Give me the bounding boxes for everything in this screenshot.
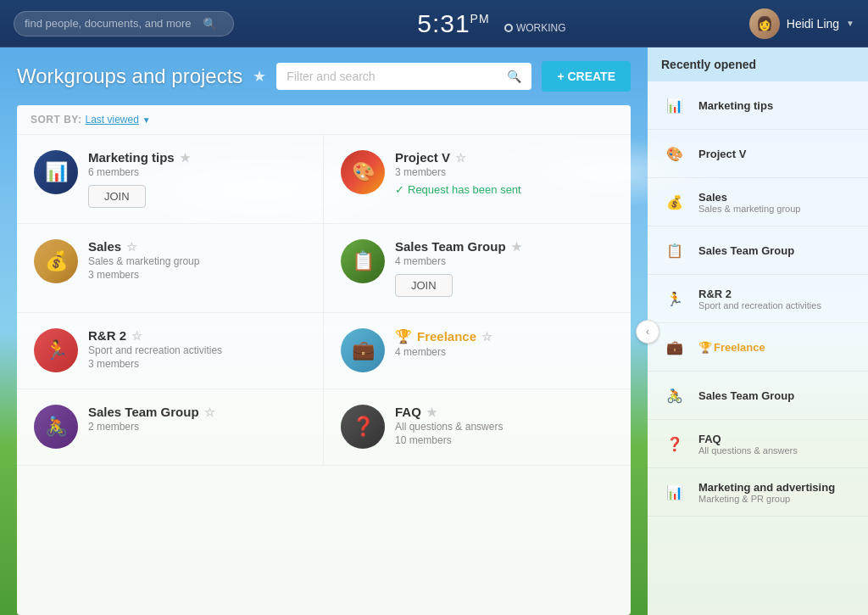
sidebar-item-subtitle: Sales & marketing group — [698, 204, 856, 214]
workgroup-item[interactable]: 📊 Marketing tips ★ 6 members JOIN — [17, 135, 324, 224]
sidebar-avatar: 📋 — [659, 235, 690, 266]
workgroup-item[interactable]: ❓ FAQ ★ All questions & answers 10 membe… — [324, 389, 631, 466]
sidebar-avatar: 📊 — [659, 90, 690, 120]
sidebar-list-item[interactable]: 🚴 Sales Team Group — [648, 372, 868, 420]
workgroup-avatar: 📊 — [34, 150, 78, 194]
sidebar-item-info: Sales Team Group — [698, 389, 856, 402]
workgroup-item[interactable]: 🚴 Sales Team Group ☆ 2 members — [17, 389, 324, 466]
workgroup-grid: 📊 Marketing tips ★ 6 members JOIN 🎨 Proj… — [17, 135, 631, 466]
sidebar-item-info: Marketing tips — [698, 99, 856, 112]
filter-search-bar[interactable]: 🔍 — [276, 63, 531, 90]
star-icon[interactable]: ★ — [511, 240, 522, 254]
sort-value[interactable]: Last viewed — [85, 114, 138, 126]
gold-icon: 🏆 — [698, 341, 712, 354]
workgroup-avatar: 🎨 — [341, 150, 385, 194]
workgroup-avatar: 💼 — [341, 328, 385, 372]
sidebar-list-item[interactable]: 🎨 Project V — [648, 130, 868, 178]
workgroup-info: Sales ☆ Sales & marketing group 3 member… — [88, 239, 306, 281]
chevron-down-icon: ▼ — [846, 19, 854, 28]
workgroup-info: R&R 2 ☆ Sport and recreation activities … — [88, 328, 306, 370]
sidebar-item-name: FAQ — [698, 433, 856, 445]
workgroup-avatar: 📋 — [341, 239, 385, 283]
workgroup-item[interactable]: 📋 Sales Team Group ★ 4 members JOIN — [324, 224, 631, 313]
workgroup-avatar: 🚴 — [34, 405, 78, 449]
sidebar-list-item[interactable]: 📋 Sales Team Group — [648, 226, 868, 275]
global-search-bar[interactable]: 🔍 — [14, 11, 234, 36]
sidebar-avatar: 🏃 — [659, 283, 690, 314]
time-ampm: PM — [470, 12, 490, 25]
sidebar-list-item[interactable]: ❓ FAQ All questions & answers — [648, 420, 868, 468]
sidebar-item-info: FAQ All questions & answers — [698, 433, 856, 456]
sidebar-item-name: R&R 2 — [698, 288, 856, 300]
sidebar-item-subtitle: Sport and recreation activities — [698, 300, 856, 310]
sort-chevron-icon[interactable]: ▼ — [142, 115, 151, 125]
gold-star-icon: 🏆 — [395, 328, 412, 344]
star-icon[interactable]: ★ — [180, 151, 191, 165]
time-value: 5:31 — [417, 9, 470, 37]
sidebar-item-name: Project V — [698, 148, 856, 160]
join-button[interactable]: JOIN — [88, 185, 146, 208]
sidebar-list: 📊 Marketing tips 🎨 Project V 💰 Sales Sal… — [648, 81, 868, 615]
sidebar-item-name: 🏆Freelance — [698, 341, 856, 354]
workgroup-members: 2 members — [88, 421, 306, 433]
workgroup-avatar: ❓ — [341, 405, 385, 449]
workgroup-item[interactable]: 💰 Sales ☆ Sales & marketing group 3 memb… — [17, 224, 324, 313]
star-icon[interactable]: ☆ — [131, 329, 142, 343]
working-status: WORKING — [504, 22, 566, 34]
workgroup-members: 3 members — [88, 358, 306, 370]
workgroup-subtitle: Sales & marketing group — [88, 255, 306, 267]
global-search-input[interactable] — [25, 17, 203, 30]
workgroup-item[interactable]: 💼 🏆Freelance ☆ 4 members — [324, 313, 631, 389]
filter-search-icon: 🔍 — [507, 70, 521, 83]
page-header: Workgroups and projects ★ 🔍 + CREATE — [0, 48, 648, 105]
user-area[interactable]: 👩 Heidi Ling ▼ — [749, 8, 854, 39]
star-icon[interactable]: ★ — [426, 405, 437, 419]
star-icon[interactable]: ☆ — [481, 330, 492, 344]
workgroup-item[interactable]: 🏃 R&R 2 ☆ Sport and recreation activitie… — [17, 313, 324, 389]
sidebar-item-name: Marketing and advertising — [698, 481, 856, 494]
sidebar-list-item[interactable]: 📊 Marketing tips — [648, 81, 868, 130]
workgroup-name: Marketing tips ★ — [88, 150, 306, 165]
page-star-icon[interactable]: ★ — [253, 67, 266, 86]
sidebar-item-subtitle: All questions & answers — [698, 445, 856, 456]
user-name: Heidi Ling — [787, 17, 839, 31]
sidebar-list-item[interactable]: 💰 Sales Sales & marketing group — [648, 178, 868, 226]
check-icon: ✓ — [395, 183, 404, 196]
join-button[interactable]: JOIN — [395, 274, 453, 297]
workgroup-subtitle: All questions & answers — [395, 421, 614, 433]
star-icon[interactable]: ☆ — [455, 151, 466, 165]
sidebar-item-name: Sales Team Group — [698, 244, 856, 257]
star-icon[interactable]: ☆ — [126, 240, 137, 254]
workgroup-info: Sales Team Group ★ 4 members JOIN — [395, 239, 614, 297]
sidebar-list-item[interactable]: 📊 Marketing and advertising Marketing & … — [648, 468, 868, 517]
right-sidebar: ‹ Recently opened 📊 Marketing tips 🎨 Pro… — [648, 48, 868, 615]
sidebar-list-item[interactable]: 🏃 R&R 2 Sport and recreation activities — [648, 275, 868, 323]
sidebar-item-name: Sales — [698, 191, 856, 204]
create-button[interactable]: + CREATE — [542, 61, 631, 92]
sidebar-item-info: Project V — [698, 148, 856, 160]
sidebar-avatar: 🎨 — [659, 138, 690, 169]
sidebar-avatar: 🚴 — [659, 380, 690, 411]
sidebar-item-name: Sales Team Group — [698, 389, 856, 402]
content-panel: Workgroups and projects ★ 🔍 + CREATE SOR… — [0, 48, 648, 615]
filter-search-input[interactable] — [287, 70, 507, 83]
sidebar-collapse-button[interactable]: ‹ — [636, 320, 659, 344]
sidebar-item-info: R&R 2 Sport and recreation activities — [698, 288, 856, 310]
status-label: WORKING — [516, 22, 566, 34]
top-navigation: 🔍 5:31PM WORKING 👩 Heidi Ling ▼ — [0, 0, 868, 48]
workgroup-members: 4 members — [395, 346, 614, 358]
sort-by-label: SORT BY: — [31, 114, 81, 126]
sidebar-list-item[interactable]: 💼 🏆Freelance — [648, 323, 868, 372]
workgroup-info: FAQ ★ All questions & answers 10 members — [395, 405, 614, 446]
star-icon[interactable]: ☆ — [204, 405, 215, 419]
workgroup-avatar: 💰 — [34, 239, 78, 283]
sidebar-avatar: 💰 — [659, 187, 690, 217]
workgroup-item[interactable]: 🎨 Project V ☆ 3 members ✓ Request has be… — [324, 135, 631, 224]
time-area: 5:31PM WORKING — [234, 9, 749, 38]
main-area: Workgroups and projects ★ 🔍 + CREATE SOR… — [0, 48, 868, 615]
page-title: Workgroups and projects — [17, 64, 242, 88]
workgroup-members: 4 members — [395, 255, 614, 267]
workgroup-avatar: 🏃 — [34, 328, 78, 372]
workgroup-name: Project V ☆ — [395, 150, 614, 165]
workgroup-subtitle: Sport and recreation activities — [88, 344, 306, 356]
